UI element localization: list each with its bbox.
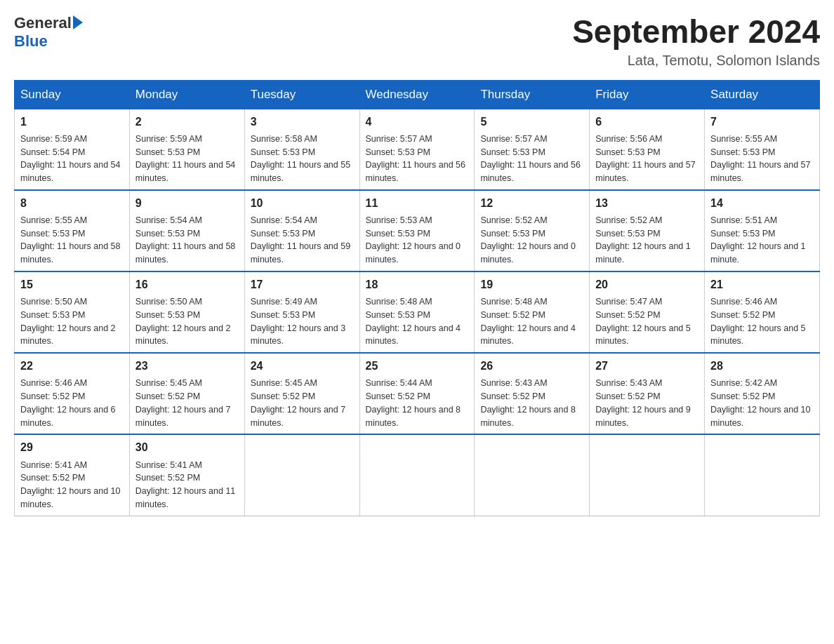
calendar-week-row: 29Sunrise: 5:41 AMSunset: 5:52 PMDayligh… xyxy=(15,434,820,516)
calendar-cell: 5Sunrise: 5:57 AMSunset: 5:53 PMDaylight… xyxy=(475,109,590,190)
calendar-cell: 23Sunrise: 5:45 AMSunset: 5:52 PMDayligh… xyxy=(129,353,244,434)
logo-blue-text: Blue xyxy=(14,32,48,51)
month-title: September 2024 xyxy=(572,14,820,50)
day-number: 24 xyxy=(251,358,354,374)
calendar-cell xyxy=(705,434,820,516)
logo-arrow-icon xyxy=(73,15,83,29)
calendar-week-row: 8Sunrise: 5:55 AMSunset: 5:53 PMDaylight… xyxy=(15,190,820,271)
day-number: 25 xyxy=(366,358,469,374)
day-number: 2 xyxy=(135,114,239,130)
day-info: Sunrise: 5:44 AMSunset: 5:52 PMDaylight:… xyxy=(366,377,469,429)
logo-general-text: General xyxy=(14,14,72,32)
calendar-cell: 24Sunrise: 5:45 AMSunset: 5:52 PMDayligh… xyxy=(244,353,359,434)
calendar-week-row: 22Sunrise: 5:46 AMSunset: 5:52 PMDayligh… xyxy=(15,353,820,434)
day-number: 15 xyxy=(20,276,124,293)
day-number: 22 xyxy=(20,358,124,374)
day-info: Sunrise: 5:46 AMSunset: 5:52 PMDaylight:… xyxy=(710,295,814,348)
day-number: 30 xyxy=(135,439,239,455)
calendar-cell xyxy=(475,434,590,516)
calendar-week-row: 1Sunrise: 5:59 AMSunset: 5:54 PMDaylight… xyxy=(15,109,820,190)
calendar-cell: 18Sunrise: 5:48 AMSunset: 5:53 PMDayligh… xyxy=(359,271,475,353)
column-header-thursday: Thursday xyxy=(475,80,590,109)
day-info: Sunrise: 5:49 AMSunset: 5:53 PMDaylight:… xyxy=(251,295,354,348)
day-number: 26 xyxy=(480,358,583,374)
day-number: 18 xyxy=(366,276,469,293)
day-info: Sunrise: 5:43 AMSunset: 5:52 PMDaylight:… xyxy=(480,377,583,429)
calendar-cell: 19Sunrise: 5:48 AMSunset: 5:52 PMDayligh… xyxy=(475,271,590,353)
day-info: Sunrise: 5:57 AMSunset: 5:53 PMDaylight:… xyxy=(480,133,583,185)
day-number: 12 xyxy=(480,195,583,211)
calendar-cell: 15Sunrise: 5:50 AMSunset: 5:53 PMDayligh… xyxy=(15,271,130,353)
calendar-cell: 3Sunrise: 5:58 AMSunset: 5:53 PMDaylight… xyxy=(244,109,359,190)
day-number: 14 xyxy=(710,195,814,211)
calendar-table: SundayMondayTuesdayWednesdayThursdayFrid… xyxy=(14,80,820,516)
day-info: Sunrise: 5:50 AMSunset: 5:53 PMDaylight:… xyxy=(135,295,239,348)
day-info: Sunrise: 5:45 AMSunset: 5:52 PMDaylight:… xyxy=(251,377,354,429)
column-header-tuesday: Tuesday xyxy=(244,80,359,109)
day-number: 6 xyxy=(595,114,699,130)
day-info: Sunrise: 5:43 AMSunset: 5:52 PMDaylight:… xyxy=(595,377,699,429)
calendar-cell: 13Sunrise: 5:52 AMSunset: 5:53 PMDayligh… xyxy=(590,190,705,271)
day-info: Sunrise: 5:41 AMSunset: 5:52 PMDaylight:… xyxy=(20,459,124,511)
calendar-week-row: 15Sunrise: 5:50 AMSunset: 5:53 PMDayligh… xyxy=(15,271,820,353)
calendar-cell: 25Sunrise: 5:44 AMSunset: 5:52 PMDayligh… xyxy=(359,353,475,434)
day-number: 16 xyxy=(135,276,239,293)
calendar-cell: 21Sunrise: 5:46 AMSunset: 5:52 PMDayligh… xyxy=(705,271,820,353)
day-info: Sunrise: 5:52 AMSunset: 5:53 PMDaylight:… xyxy=(595,214,699,267)
calendar-cell: 26Sunrise: 5:43 AMSunset: 5:52 PMDayligh… xyxy=(475,353,590,434)
title-area: September 2024 Lata, Temotu, Solomon Isl… xyxy=(572,14,820,69)
calendar-cell: 7Sunrise: 5:55 AMSunset: 5:53 PMDaylight… xyxy=(705,109,820,190)
day-number: 27 xyxy=(595,358,699,374)
column-header-monday: Monday xyxy=(129,80,244,109)
calendar-cell: 4Sunrise: 5:57 AMSunset: 5:53 PMDaylight… xyxy=(359,109,475,190)
day-info: Sunrise: 5:45 AMSunset: 5:52 PMDaylight:… xyxy=(135,377,239,429)
day-number: 5 xyxy=(480,114,583,130)
column-header-sunday: Sunday xyxy=(15,80,130,109)
day-number: 7 xyxy=(710,114,814,130)
calendar-cell: 29Sunrise: 5:41 AMSunset: 5:52 PMDayligh… xyxy=(15,434,130,516)
calendar-cell: 28Sunrise: 5:42 AMSunset: 5:52 PMDayligh… xyxy=(705,353,820,434)
day-info: Sunrise: 5:50 AMSunset: 5:53 PMDaylight:… xyxy=(20,295,124,348)
logo: General Blue xyxy=(14,14,83,51)
day-info: Sunrise: 5:59 AMSunset: 5:53 PMDaylight:… xyxy=(135,133,239,185)
day-info: Sunrise: 5:53 AMSunset: 5:53 PMDaylight:… xyxy=(366,214,469,267)
page-header: General Blue September 2024 Lata, Temotu… xyxy=(14,14,820,69)
day-number: 3 xyxy=(251,114,354,130)
day-info: Sunrise: 5:57 AMSunset: 5:53 PMDaylight:… xyxy=(366,133,469,185)
location-subtitle: Lata, Temotu, Solomon Islands xyxy=(572,53,820,69)
day-number: 10 xyxy=(251,195,354,211)
day-info: Sunrise: 5:41 AMSunset: 5:52 PMDaylight:… xyxy=(135,459,239,511)
day-info: Sunrise: 5:48 AMSunset: 5:53 PMDaylight:… xyxy=(366,295,469,348)
day-number: 20 xyxy=(595,276,699,293)
calendar-cell: 1Sunrise: 5:59 AMSunset: 5:54 PMDaylight… xyxy=(15,109,130,190)
day-number: 23 xyxy=(135,358,239,374)
day-number: 17 xyxy=(251,276,354,293)
calendar-cell: 2Sunrise: 5:59 AMSunset: 5:53 PMDaylight… xyxy=(129,109,244,190)
calendar-cell: 9Sunrise: 5:54 AMSunset: 5:53 PMDaylight… xyxy=(129,190,244,271)
calendar-cell: 14Sunrise: 5:51 AMSunset: 5:53 PMDayligh… xyxy=(705,190,820,271)
day-info: Sunrise: 5:56 AMSunset: 5:53 PMDaylight:… xyxy=(595,133,699,185)
calendar-cell: 11Sunrise: 5:53 AMSunset: 5:53 PMDayligh… xyxy=(359,190,475,271)
calendar-cell: 10Sunrise: 5:54 AMSunset: 5:53 PMDayligh… xyxy=(244,190,359,271)
day-header-row: SundayMondayTuesdayWednesdayThursdayFrid… xyxy=(15,80,820,109)
calendar-cell: 22Sunrise: 5:46 AMSunset: 5:52 PMDayligh… xyxy=(15,353,130,434)
column-header-saturday: Saturday xyxy=(705,80,820,109)
day-info: Sunrise: 5:58 AMSunset: 5:53 PMDaylight:… xyxy=(251,133,354,185)
calendar-cell: 16Sunrise: 5:50 AMSunset: 5:53 PMDayligh… xyxy=(129,271,244,353)
day-number: 21 xyxy=(710,276,814,293)
column-header-friday: Friday xyxy=(590,80,705,109)
day-info: Sunrise: 5:59 AMSunset: 5:54 PMDaylight:… xyxy=(20,133,124,185)
column-header-wednesday: Wednesday xyxy=(359,80,475,109)
calendar-cell: 30Sunrise: 5:41 AMSunset: 5:52 PMDayligh… xyxy=(129,434,244,516)
day-number: 8 xyxy=(20,195,124,211)
day-info: Sunrise: 5:48 AMSunset: 5:52 PMDaylight:… xyxy=(480,295,583,348)
calendar-cell: 12Sunrise: 5:52 AMSunset: 5:53 PMDayligh… xyxy=(475,190,590,271)
day-number: 9 xyxy=(135,195,239,211)
day-info: Sunrise: 5:54 AMSunset: 5:53 PMDaylight:… xyxy=(251,214,354,267)
day-number: 4 xyxy=(366,114,469,130)
day-number: 13 xyxy=(595,195,699,211)
day-number: 29 xyxy=(20,439,124,455)
day-number: 19 xyxy=(480,276,583,293)
calendar-cell xyxy=(590,434,705,516)
day-info: Sunrise: 5:47 AMSunset: 5:52 PMDaylight:… xyxy=(595,295,699,348)
